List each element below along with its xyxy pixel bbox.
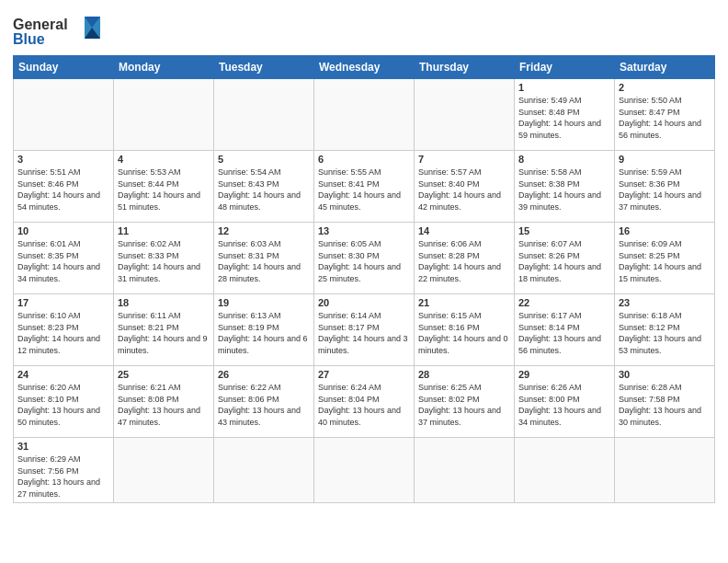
day-number: 31 (17, 441, 109, 452)
calendar-cell: 3Sunrise: 5:51 AM Sunset: 8:46 PM Daylig… (14, 151, 114, 223)
logo: General Blue (13, 9, 114, 50)
calendar-cell: 23Sunrise: 6:18 AM Sunset: 8:12 PM Dayli… (615, 294, 715, 366)
calendar-cell: 9Sunrise: 5:59 AM Sunset: 8:36 PM Daylig… (615, 151, 715, 223)
calendar-cell: 24Sunrise: 6:20 AM Sunset: 8:10 PM Dayli… (14, 366, 114, 438)
calendar-cell: 8Sunrise: 5:58 AM Sunset: 8:38 PM Daylig… (515, 151, 615, 223)
calendar-cell: 27Sunrise: 6:24 AM Sunset: 8:04 PM Dayli… (314, 366, 415, 438)
day-number: 8 (518, 154, 610, 165)
calendar-cell (515, 438, 615, 503)
day-number: 17 (17, 297, 109, 308)
day-info: Sunrise: 5:59 AM Sunset: 8:36 PM Dayligh… (619, 167, 711, 213)
day-number: 28 (418, 369, 510, 380)
day-number: 20 (318, 297, 410, 308)
day-info: Sunrise: 6:03 AM Sunset: 8:31 PM Dayligh… (218, 238, 310, 284)
calendar-cell (314, 438, 415, 503)
day-info: Sunrise: 6:13 AM Sunset: 8:19 PM Dayligh… (218, 310, 310, 356)
day-info: Sunrise: 6:01 AM Sunset: 8:35 PM Dayligh… (17, 238, 109, 284)
day-info: Sunrise: 5:58 AM Sunset: 8:38 PM Dayligh… (518, 167, 610, 213)
calendar-cell: 13Sunrise: 6:05 AM Sunset: 8:30 PM Dayli… (314, 223, 415, 294)
day-number: 3 (17, 154, 109, 165)
weekday-header-sunday: Sunday (14, 56, 114, 79)
day-info: Sunrise: 6:14 AM Sunset: 8:17 PM Dayligh… (318, 310, 410, 356)
day-info: Sunrise: 5:54 AM Sunset: 8:43 PM Dayligh… (218, 167, 310, 213)
day-info: Sunrise: 6:10 AM Sunset: 8:23 PM Dayligh… (17, 310, 109, 356)
calendar-cell: 6Sunrise: 5:55 AM Sunset: 8:41 PM Daylig… (314, 151, 415, 223)
calendar-cell (415, 438, 515, 503)
calendar-cell (615, 438, 715, 503)
calendar-cell (214, 438, 314, 503)
day-info: Sunrise: 6:06 AM Sunset: 8:28 PM Dayligh… (418, 238, 510, 284)
day-info: Sunrise: 6:20 AM Sunset: 8:10 PM Dayligh… (17, 382, 109, 428)
day-info: Sunrise: 5:49 AM Sunset: 8:48 PM Dayligh… (518, 95, 610, 141)
day-info: Sunrise: 6:07 AM Sunset: 8:26 PM Dayligh… (518, 238, 610, 284)
week-row-5: 31Sunrise: 6:29 AM Sunset: 7:56 PM Dayli… (14, 438, 715, 503)
day-info: Sunrise: 6:05 AM Sunset: 8:30 PM Dayligh… (318, 238, 410, 284)
day-info: Sunrise: 6:11 AM Sunset: 8:21 PM Dayligh… (118, 310, 210, 356)
calendar-cell: 26Sunrise: 6:22 AM Sunset: 8:06 PM Dayli… (214, 366, 314, 438)
calendar-cell: 17Sunrise: 6:10 AM Sunset: 8:23 PM Dayli… (14, 294, 114, 366)
day-number: 19 (218, 297, 310, 308)
day-info: Sunrise: 6:28 AM Sunset: 7:58 PM Dayligh… (619, 382, 711, 428)
day-number: 12 (218, 225, 310, 236)
calendar-cell: 4Sunrise: 5:53 AM Sunset: 8:44 PM Daylig… (114, 151, 214, 223)
svg-text:General: General (13, 17, 68, 32)
day-info: Sunrise: 6:17 AM Sunset: 8:14 PM Dayligh… (518, 310, 610, 356)
day-number: 9 (619, 154, 711, 165)
calendar-cell: 5Sunrise: 5:54 AM Sunset: 8:43 PM Daylig… (214, 151, 314, 223)
weekday-header-tuesday: Tuesday (214, 56, 314, 79)
week-row-1: 3Sunrise: 5:51 AM Sunset: 8:46 PM Daylig… (14, 151, 715, 223)
calendar-cell: 28Sunrise: 6:25 AM Sunset: 8:02 PM Dayli… (415, 366, 515, 438)
calendar-cell: 12Sunrise: 6:03 AM Sunset: 8:31 PM Dayli… (214, 223, 314, 294)
day-number: 26 (218, 369, 310, 380)
calendar-cell (314, 79, 415, 151)
day-number: 30 (619, 369, 711, 380)
calendar-cell (415, 79, 515, 151)
calendar-cell (114, 79, 214, 151)
weekday-header-thursday: Thursday (415, 56, 515, 79)
day-info: Sunrise: 5:51 AM Sunset: 8:46 PM Dayligh… (17, 167, 109, 213)
weekday-header-friday: Friday (515, 56, 615, 79)
calendar-cell: 21Sunrise: 6:15 AM Sunset: 8:16 PM Dayli… (415, 294, 515, 366)
day-info: Sunrise: 6:25 AM Sunset: 8:02 PM Dayligh… (418, 382, 510, 428)
logo-text: General Blue (13, 9, 114, 50)
calendar-cell: 7Sunrise: 5:57 AM Sunset: 8:40 PM Daylig… (415, 151, 515, 223)
day-number: 15 (518, 225, 610, 236)
day-number: 5 (218, 154, 310, 165)
week-row-2: 10Sunrise: 6:01 AM Sunset: 8:35 PM Dayli… (14, 223, 715, 294)
week-row-3: 17Sunrise: 6:10 AM Sunset: 8:23 PM Dayli… (14, 294, 715, 366)
calendar: SundayMondayTuesdayWednesdayThursdayFrid… (13, 55, 715, 503)
page: General Blue SundayMondayTuesdayWednesda… (0, 0, 728, 563)
calendar-cell: 25Sunrise: 6:21 AM Sunset: 8:08 PM Dayli… (114, 366, 214, 438)
day-number: 4 (118, 154, 210, 165)
calendar-cell: 14Sunrise: 6:06 AM Sunset: 8:28 PM Dayli… (415, 223, 515, 294)
day-number: 11 (118, 225, 210, 236)
week-row-4: 24Sunrise: 6:20 AM Sunset: 8:10 PM Dayli… (14, 366, 715, 438)
calendar-cell (214, 79, 314, 151)
week-row-0: 1Sunrise: 5:49 AM Sunset: 8:48 PM Daylig… (14, 79, 715, 151)
weekday-header-saturday: Saturday (615, 56, 715, 79)
calendar-cell: 20Sunrise: 6:14 AM Sunset: 8:17 PM Dayli… (314, 294, 415, 366)
calendar-cell: 31Sunrise: 6:29 AM Sunset: 7:56 PM Dayli… (14, 438, 114, 503)
day-info: Sunrise: 6:15 AM Sunset: 8:16 PM Dayligh… (418, 310, 510, 356)
calendar-cell: 22Sunrise: 6:17 AM Sunset: 8:14 PM Dayli… (515, 294, 615, 366)
calendar-cell: 29Sunrise: 6:26 AM Sunset: 8:00 PM Dayli… (515, 366, 615, 438)
weekday-header-monday: Monday (114, 56, 214, 79)
day-info: Sunrise: 6:09 AM Sunset: 8:25 PM Dayligh… (619, 238, 711, 284)
weekday-header-row: SundayMondayTuesdayWednesdayThursdayFrid… (14, 56, 715, 79)
day-number: 16 (619, 225, 711, 236)
day-info: Sunrise: 6:18 AM Sunset: 8:12 PM Dayligh… (619, 310, 711, 356)
svg-text:Blue: Blue (13, 31, 45, 46)
day-number: 7 (418, 154, 510, 165)
calendar-cell (14, 79, 114, 151)
day-number: 2 (619, 82, 711, 93)
day-info: Sunrise: 6:24 AM Sunset: 8:04 PM Dayligh… (318, 382, 410, 428)
day-number: 6 (318, 154, 410, 165)
calendar-cell: 16Sunrise: 6:09 AM Sunset: 8:25 PM Dayli… (615, 223, 715, 294)
calendar-cell: 10Sunrise: 6:01 AM Sunset: 8:35 PM Dayli… (14, 223, 114, 294)
day-number: 23 (619, 297, 711, 308)
calendar-cell: 18Sunrise: 6:11 AM Sunset: 8:21 PM Dayli… (114, 294, 214, 366)
day-number: 22 (518, 297, 610, 308)
day-number: 14 (418, 225, 510, 236)
day-info: Sunrise: 6:22 AM Sunset: 8:06 PM Dayligh… (218, 382, 310, 428)
day-number: 10 (17, 225, 109, 236)
